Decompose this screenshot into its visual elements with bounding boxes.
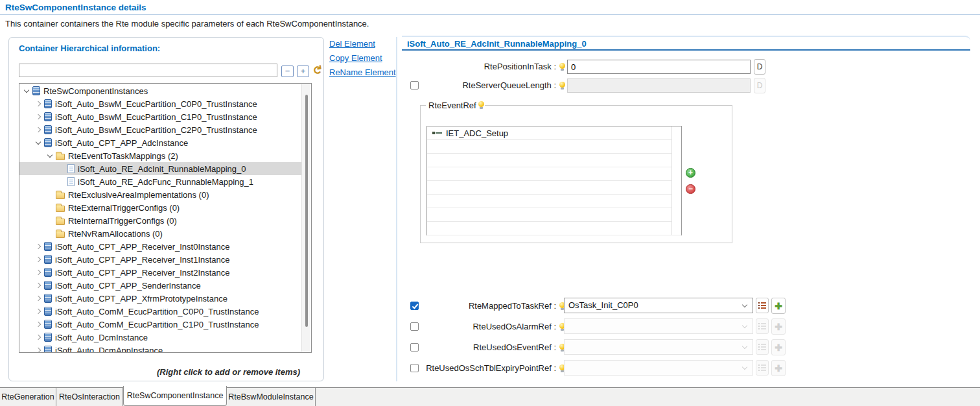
tree-item[interactable]: iSoft_Auto_DcmInstance bbox=[19, 331, 301, 344]
detail-panel: iSoft_Auto_RE_AdcInit_RunnableMapping_0 … bbox=[402, 36, 970, 381]
tree-item-label: iSoft_Auto_RE_AdcInit_RunnableMapping_0 bbox=[78, 164, 246, 174]
tree-item-label: RteNvRamAllocations (0) bbox=[68, 229, 163, 239]
event-ref-empty-row bbox=[427, 222, 681, 235]
tree-item[interactable]: iSoft_Auto_DcmAppInstance bbox=[19, 344, 301, 353]
chevron-down-icon bbox=[742, 364, 747, 370]
component-icon bbox=[44, 125, 52, 134]
tree-item[interactable]: RteSwComponentInstances bbox=[19, 84, 301, 97]
tree-chevron-icon[interactable] bbox=[34, 102, 42, 106]
tab-rtegeneration[interactable]: RteGeneration bbox=[0, 388, 56, 406]
add-reference-button[interactable]: ✚ bbox=[771, 298, 786, 314]
component-icon bbox=[44, 333, 52, 342]
tree-scrollbar[interactable] bbox=[301, 84, 310, 352]
chevron-down-icon bbox=[742, 344, 747, 349]
tab-rteosinteraction[interactable]: RteOsInteraction bbox=[56, 388, 123, 406]
tree-chevron-icon[interactable] bbox=[34, 115, 42, 119]
tree-item[interactable]: iSoft_Auto_ComM_EcucPartition_C0P0_Trust… bbox=[19, 305, 301, 318]
module-tab-bar: RteGenerationRteOsInteractionRteSwCompon… bbox=[0, 387, 980, 406]
folder-icon bbox=[56, 206, 65, 212]
event-ref-empty-row bbox=[427, 195, 681, 208]
tree-item[interactable]: RteEventToTaskMappings (2) bbox=[19, 149, 301, 162]
reference-row: RteUsedOsSchTblExpiryPointRef :✚ bbox=[402, 360, 970, 376]
reference-row: RteMappedToTaskRef :OsTask_Init_C0P0✚ bbox=[402, 298, 970, 314]
app-window: RteSwComponentInstance details This cont… bbox=[0, 0, 980, 406]
event-ref-entry[interactable]: IET_ADC_Setup bbox=[427, 126, 681, 140]
component-icon bbox=[44, 255, 52, 264]
list-side-column bbox=[671, 126, 681, 235]
tree-item[interactable]: RteExternalTriggerConfigs (0) bbox=[19, 201, 301, 214]
parameter-label: RtePositionInTask : bbox=[402, 59, 556, 75]
tree-chevron-icon[interactable] bbox=[34, 335, 42, 339]
tree-chevron-icon[interactable] bbox=[34, 270, 42, 274]
reference-dropdown[interactable]: OsTask_Init_C0P0 bbox=[564, 298, 753, 313]
component-icon bbox=[44, 112, 52, 121]
tree-chevron-icon[interactable] bbox=[34, 142, 42, 144]
detail-title-underline bbox=[402, 49, 970, 51]
tab-rteswcomponentinstance[interactable]: RteSwComponentInstance bbox=[123, 386, 227, 406]
action-link-del-element[interactable]: Del Element bbox=[329, 39, 396, 49]
select-from-list-button[interactable] bbox=[756, 298, 769, 313]
tree-chevron-icon[interactable] bbox=[34, 296, 42, 300]
panel-separator bbox=[396, 37, 397, 381]
list-icon bbox=[758, 344, 766, 350]
tree-item[interactable]: iSoft_Auto_BswM_EcucPartition_C0P0_Trust… bbox=[19, 97, 301, 110]
tree-item[interactable]: iSoft_Auto_CPT_APP_Receiver_Inst1Instanc… bbox=[19, 253, 301, 266]
tree-item[interactable]: iSoft_Auto_BswM_EcucPartition_C1P0_Trust… bbox=[19, 110, 301, 123]
tree-item-label: iSoft_Auto_ComM_EcucPartition_C1P0_Trust… bbox=[55, 320, 259, 329]
tree-item[interactable]: iSoft_Auto_CPT_APP_Receiver_Inst2Instanc… bbox=[19, 266, 301, 279]
tree-chevron-icon[interactable] bbox=[34, 322, 42, 326]
tree-item[interactable]: iSoft_Auto_CPT_APP_SenderInstance bbox=[19, 279, 301, 292]
remove-event-ref-button[interactable]: − bbox=[686, 184, 695, 194]
add-event-ref-button[interactable]: + bbox=[686, 168, 695, 178]
tree-item[interactable]: iSoft_Auto_ComM_EcucPartition_C1P0_Trust… bbox=[19, 318, 301, 331]
tree-item-label: RteExternalTriggerConfigs (0) bbox=[68, 203, 180, 213]
tree-item[interactable]: iSoft_Auto_RE_AdcFunc_RunnableMapping_1 bbox=[19, 175, 301, 188]
tree-chevron-icon[interactable] bbox=[34, 257, 42, 261]
tree-chevron-icon[interactable] bbox=[34, 128, 42, 132]
add-reference-button: ✚ bbox=[771, 318, 786, 335]
parameter-input bbox=[567, 78, 751, 93]
collapse-all-button[interactable]: − bbox=[281, 66, 294, 77]
lightbulb-icon bbox=[559, 82, 565, 90]
tree-item[interactable]: iSoft_Auto_CPT_APP_Receiver_Inst0Instanc… bbox=[19, 240, 301, 253]
parameter-row: RteServerQueueLength :D bbox=[402, 78, 970, 93]
tab-rtebswmoduleinstance[interactable]: RteBswModuleInstance bbox=[227, 388, 316, 406]
tree-item-label: iSoft_Auto_CPT_APP_XfrmPrototypeInstance bbox=[55, 294, 228, 304]
tree-chevron-icon[interactable] bbox=[34, 283, 42, 287]
tree-scrollbar-thumb[interactable] bbox=[305, 95, 308, 327]
expand-all-button[interactable]: + bbox=[297, 66, 309, 77]
tree-item-label: iSoft_Auto_BswM_EcucPartition_C1P0_Trust… bbox=[55, 112, 257, 122]
default-value-button[interactable]: D bbox=[754, 59, 765, 75]
tree-chevron-icon[interactable] bbox=[34, 245, 42, 248]
tree-item[interactable]: iSoft_Auto_RE_AdcInit_RunnableMapping_0 bbox=[19, 162, 301, 175]
component-icon bbox=[44, 242, 52, 251]
tree-item[interactable]: iSoft_Auto_CPT_APP_XfrmPrototypeInstance bbox=[19, 292, 301, 305]
refresh-icon[interactable]: ↻ bbox=[309, 64, 325, 77]
tree-item-label: iSoft_Auto_BswM_EcucPartition_C2P0_Trust… bbox=[55, 125, 257, 135]
action-link-rename-element[interactable]: ReName Element bbox=[329, 67, 396, 77]
tree-item[interactable]: iSoft_Auto_BswM_EcucPartition_C2P0_Trust… bbox=[19, 123, 301, 136]
event-ref-empty-row bbox=[427, 181, 681, 195]
action-link-copy-element[interactable]: Copy Element bbox=[329, 53, 396, 63]
reference-row: RteUsedOsAlarmRef :✚ bbox=[402, 318, 970, 335]
tree-item[interactable]: RteInternalTriggerConfigs (0) bbox=[19, 214, 301, 227]
tree-item-label: iSoft_Auto_RE_AdcFunc_RunnableMapping_1 bbox=[78, 177, 253, 187]
folder-icon bbox=[56, 193, 65, 199]
component-icon bbox=[44, 281, 52, 290]
parameter-input[interactable] bbox=[567, 60, 751, 74]
tree-item[interactable]: iSoft_Auto_CPT_APP_AdcInstance bbox=[19, 136, 301, 149]
tree-item-label: iSoft_Auto_CPT_APP_Receiver_Inst2Instanc… bbox=[55, 268, 230, 278]
tree-item[interactable]: RteExclusiveAreaImplementations (0) bbox=[19, 188, 301, 201]
hierarchy-tree: RteSwComponentInstancesiSoft_Auto_BswM_E… bbox=[19, 83, 312, 353]
tree-search-input[interactable] bbox=[19, 64, 277, 77]
tree-item-label: iSoft_Auto_DcmInstance bbox=[55, 333, 148, 342]
tree-item-label: iSoft_Auto_CPT_APP_AdcInstance bbox=[55, 138, 188, 148]
add-reference-button: ✚ bbox=[771, 360, 786, 376]
tree-chevron-icon[interactable] bbox=[45, 155, 54, 157]
tree-item[interactable]: RteNvRamAllocations (0) bbox=[19, 227, 301, 240]
tree-chevron-icon[interactable] bbox=[34, 309, 42, 313]
component-icon bbox=[44, 138, 52, 147]
tree-chevron-icon[interactable] bbox=[22, 90, 30, 92]
tree-chevron-icon[interactable] bbox=[34, 348, 42, 352]
context-menu-hint: (Right click to add or remove items) bbox=[157, 367, 300, 377]
